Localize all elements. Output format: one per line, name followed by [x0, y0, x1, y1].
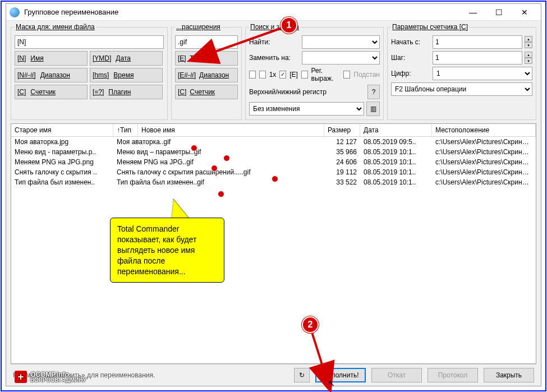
cell-old: Моя аваторка.jpg: [11, 137, 113, 146]
cell-loc: c:\Users\Alex\Pictures\Скриншоты\: [432, 178, 536, 187]
footer: Нажмите «Выполнить» для переименования. …: [11, 364, 536, 386]
table-row[interactable]: Моя аваторка.jpgМоя аваторка..gif12 1270…: [11, 137, 536, 147]
close-footer-button[interactable]: Закрыть: [484, 368, 534, 382]
th-new[interactable]: Новое имя: [138, 124, 324, 136]
annotation-callout: Total Commander показывает, как будет вы…: [110, 218, 224, 283]
ext-btn-counter[interactable]: [C]Счетчик: [175, 85, 238, 99]
chk-subst[interactable]: [343, 71, 350, 79]
window-title: Групповое переименование: [24, 8, 460, 16]
chk-regex[interactable]: [301, 71, 308, 79]
chk-1x[interactable]: [259, 71, 266, 79]
annotation-dot: [218, 191, 224, 197]
find-label: Найти:: [249, 38, 300, 46]
annotation-dot: [191, 145, 197, 151]
case-label: Верхний/нижний регистр: [249, 88, 327, 96]
start-input[interactable]: [433, 35, 522, 49]
mask-group: Маска для: имени файла [N]Имя [YMD]Дата …: [11, 23, 168, 120]
cell-size: 12 127: [324, 137, 360, 146]
cell-new: Моя аваторка..gif: [113, 137, 324, 146]
cell-new: Тип файла был изменен..gif: [113, 178, 324, 187]
templates-select[interactable]: F2 Шаблоны операции: [391, 82, 532, 96]
mask-btn-ymd[interactable]: [YMD]Дата: [90, 51, 163, 66]
th-loc[interactable]: Местоположение: [432, 124, 536, 136]
ext-input[interactable]: [175, 35, 238, 49]
th-old[interactable]: Старое имя: [11, 124, 113, 136]
chk-unknown1[interactable]: [249, 71, 256, 79]
edit-button[interactable]: ▥: [366, 102, 380, 116]
counter-legend: Параметры счетчика [C]: [391, 23, 469, 31]
mask-btn-plugin[interactable]: [=?]Плагин: [90, 85, 163, 99]
close-button[interactable]: ✕: [512, 4, 537, 20]
mask-btn-counter[interactable]: [C]Счетчик: [15, 85, 88, 99]
cell-loc: c:\Users\Alex\Pictures\Скриншоты\: [432, 168, 536, 177]
undo-button[interactable]: Откат: [371, 368, 422, 382]
cell-old: Меню вид - параметры.p..: [11, 147, 113, 156]
cell-date: 08.05.2019 10:1..: [360, 168, 432, 177]
mask-input[interactable]: [15, 35, 164, 49]
plus-icon: +: [15, 371, 27, 383]
cell-date: 08.05.2019 10:1..: [360, 158, 432, 167]
digits-select[interactable]: 1: [433, 67, 532, 80]
cell-size: 33 522: [324, 178, 360, 187]
cell-date: 08.05.2019 10:1..: [360, 178, 432, 187]
digits-label: Цифр:: [391, 70, 430, 77]
minimize-button[interactable]: —: [460, 4, 486, 20]
th-size[interactable]: Размер: [324, 124, 360, 136]
step-input[interactable]: [433, 51, 522, 64]
ext-group: ...расширения [E]Тип [E#-#]Диапазон [C]С…: [171, 23, 242, 120]
help-button[interactable]: ?: [367, 85, 380, 99]
table-row[interactable]: Меню вид - параметры.p..Меню вид – парам…: [11, 147, 536, 157]
mask-btn-name[interactable]: [N]Имя: [15, 51, 88, 66]
chk-e[interactable]: ✓: [279, 71, 286, 79]
step-spin[interactable]: ▲▼: [525, 52, 532, 64]
ext-btn-type[interactable]: [E]Тип: [175, 51, 238, 66]
cell-loc: c:\Users\Alex\Pictures\Скриншоты\: [432, 147, 536, 156]
replace-input[interactable]: [302, 51, 380, 64]
reload-button[interactable]: ↻: [294, 368, 310, 382]
replace-label: Заменить на:: [249, 54, 300, 62]
annotation-dot: [223, 155, 230, 162]
th-type[interactable]: ↑Тип: [113, 124, 138, 136]
cell-old: Меняем PNG на JPG.png: [11, 158, 113, 167]
mask-btn-hms[interactable]: [hms]Время: [90, 68, 163, 82]
find-input[interactable]: [302, 35, 380, 49]
counter-group: Параметры счетчика [C] Начать с: ▲▼ Шаг:…: [387, 23, 536, 120]
cell-loc: c:\Users\Alex\Pictures\Скриншоты\: [432, 158, 536, 167]
maximize-button[interactable]: ☐: [486, 4, 512, 20]
annotation-badge-2: 2: [302, 316, 319, 333]
mask-legend: Маска для: имени файла: [15, 23, 96, 31]
cell-new: Меню вид – параметры..gif: [113, 147, 324, 156]
cell-date: 08.05.2019 10:1..: [360, 147, 432, 156]
table-header: Старое имя ↑Тип Новое имя Размер Дата Ме…: [11, 124, 536, 137]
th-date[interactable]: Дата: [360, 124, 432, 136]
cell-date: 08.05.2019 09:5..: [360, 137, 432, 146]
app-icon: [10, 7, 20, 17]
window: Групповое переименование — ☐ ✕ Маска для…: [6, 3, 541, 386]
search-group: Поиск и замена Найти: Заменить на: 1x ✓[…: [245, 23, 384, 120]
protocol-button[interactable]: Протокол: [428, 368, 478, 382]
cell-new: Меняем PNG на JPG..gif: [113, 158, 324, 167]
start-spin[interactable]: ▲▼: [525, 36, 532, 48]
titlebar: Групповое переименование — ☐ ✕: [6, 4, 541, 21]
annotation-dot: [272, 176, 278, 182]
execute-button[interactable]: Выполнить!: [315, 368, 366, 382]
start-label: Начать с:: [391, 38, 430, 46]
cell-size: 19 112: [324, 168, 360, 177]
ext-btn-range[interactable]: [E#-#]Диапазон: [175, 68, 238, 82]
preview-table: Старое имя ↑Тип Новое имя Размер Дата Ме…: [11, 123, 536, 364]
cursor-icon: ↖: [328, 378, 335, 389]
step-label: Шаг:: [391, 54, 430, 62]
cell-old: Снять галочку с скрытия ..: [11, 168, 113, 177]
ext-legend: ...расширения: [175, 23, 222, 31]
mask-btn-range[interactable]: [N#-#]Диапазон: [15, 68, 88, 82]
cell-size: 35 966: [324, 147, 360, 156]
case-select[interactable]: Без изменения: [249, 102, 364, 116]
annotation-dot: [211, 165, 218, 172]
watermark: + OCOMP.info ВОПРОСЫ АДМИНУ: [15, 371, 86, 383]
cell-loc: c:\Users\Alex\Pictures\Скриншоты\: [432, 137, 536, 146]
cell-size: 24 606: [324, 158, 360, 167]
annotation-badge-1: 1: [281, 17, 297, 34]
table-row[interactable]: Меняем PNG на JPG.pngМеняем PNG на JPG..…: [11, 157, 536, 167]
cell-old: Тип файла был изменен..: [11, 178, 113, 187]
cell-new: Снять галочку с скрытия расширений.....g…: [113, 168, 324, 177]
